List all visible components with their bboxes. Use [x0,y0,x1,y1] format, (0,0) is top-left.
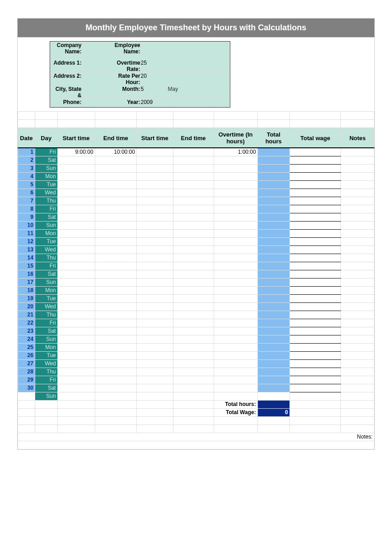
end2-cell[interactable] [173,278,214,286]
end1-cell[interactable]: 10:00:00 [95,148,136,156]
notes-cell[interactable] [341,156,374,164]
start1-cell[interactable] [57,302,95,311]
start2-cell[interactable] [136,351,173,359]
end1-cell[interactable] [95,351,136,359]
start1-cell[interactable] [57,319,95,327]
end2-cell[interactable] [173,286,214,294]
end1-cell[interactable] [95,278,136,286]
notes-cell[interactable] [341,254,374,262]
start2-cell[interactable] [136,205,173,213]
end2-cell[interactable] [173,189,214,197]
end1-cell[interactable] [95,172,136,180]
end2-cell[interactable] [173,205,214,213]
start2-cell[interactable] [136,229,173,237]
start2-cell[interactable] [136,237,173,245]
overtime-cell[interactable] [214,351,257,359]
start2-cell[interactable] [136,156,173,164]
phone-value[interactable] [82,99,109,107]
start2-cell[interactable] [136,376,173,384]
start1-cell[interactable] [57,229,95,237]
end1-cell[interactable] [95,254,136,262]
end2-cell[interactable] [173,245,214,254]
notes-cell[interactable] [341,294,374,302]
end2-cell[interactable] [173,335,214,343]
start2-cell[interactable] [136,180,173,189]
notes-cell[interactable] [341,286,374,294]
notes-cell[interactable] [341,335,374,343]
end1-cell[interactable] [95,156,136,164]
start2-cell[interactable] [136,286,173,294]
overtime-cell[interactable] [214,221,257,229]
end2-cell[interactable] [173,221,214,229]
overtime-cell[interactable] [214,180,257,189]
start1-cell[interactable] [57,335,95,343]
start1-cell[interactable] [57,197,95,205]
start2-cell[interactable] [136,302,173,311]
notes-cell[interactable] [341,262,374,270]
notes-cell[interactable] [341,270,374,278]
notes-cell[interactable] [341,376,374,384]
overtime-cell[interactable] [214,262,257,270]
end2-cell[interactable] [173,327,214,335]
notes-cell[interactable] [341,229,374,237]
notes-cell[interactable] [341,311,374,319]
end2-cell[interactable] [173,156,214,164]
start2-cell[interactable] [136,294,173,302]
start2-cell[interactable] [136,359,173,368]
notes-cell[interactable] [341,213,374,221]
end2-cell[interactable] [173,343,214,351]
start1-cell[interactable] [57,164,95,172]
start1-cell[interactable] [57,237,95,245]
end2-cell[interactable] [173,254,214,262]
end1-cell[interactable] [95,213,136,221]
start1-cell[interactable] [57,270,95,278]
rate-per-hour-value[interactable]: 20 [140,73,168,86]
overtime-cell[interactable] [214,245,257,254]
end1-cell[interactable] [95,359,136,368]
end1-cell[interactable] [95,384,136,392]
start2-cell[interactable] [136,319,173,327]
start1-cell[interactable] [57,189,95,197]
end1-cell[interactable] [95,262,136,270]
end1-cell[interactable] [95,311,136,319]
start2-cell[interactable] [136,262,173,270]
company-name-value[interactable] [82,42,109,55]
overtime-cell[interactable] [214,172,257,180]
notes-cell[interactable] [341,343,374,351]
overtime-cell[interactable] [214,376,257,384]
start2-cell[interactable] [136,245,173,254]
end2-cell[interactable] [173,213,214,221]
start2-cell[interactable] [136,368,173,376]
start1-cell[interactable] [57,351,95,359]
notes-cell[interactable] [341,172,374,180]
end2-cell[interactable] [173,319,214,327]
overtime-cell[interactable] [214,286,257,294]
overtime-cell[interactable] [214,368,257,376]
start1-cell[interactable] [57,327,95,335]
overtime-cell[interactable] [214,335,257,343]
start1-cell[interactable] [57,384,95,392]
start2-cell[interactable] [136,254,173,262]
start1-cell[interactable] [57,278,95,286]
start1-cell[interactable] [57,311,95,319]
overtime-cell[interactable] [214,156,257,164]
overtime-cell[interactable] [214,237,257,245]
start1-cell[interactable]: 9:00:00 [57,148,95,156]
start2-cell[interactable] [136,311,173,319]
notes-cell[interactable] [341,368,374,376]
start1-cell[interactable] [57,368,95,376]
overtime-cell[interactable] [214,359,257,368]
start2-cell[interactable] [136,270,173,278]
start2-cell[interactable] [136,172,173,180]
start1-cell[interactable] [57,221,95,229]
end1-cell[interactable] [95,343,136,351]
notes-cell[interactable] [341,197,374,205]
start1-cell[interactable] [57,156,95,164]
end1-cell[interactable] [95,237,136,245]
overtime-cell[interactable] [214,343,257,351]
start2-cell[interactable] [136,164,173,172]
start1-cell[interactable] [57,376,95,384]
end1-cell[interactable] [95,335,136,343]
overtime-cell[interactable] [214,270,257,278]
end1-cell[interactable] [95,327,136,335]
